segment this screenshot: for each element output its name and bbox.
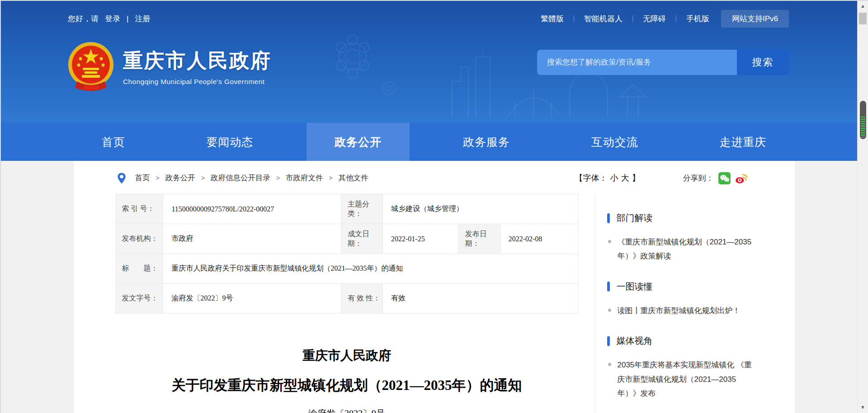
section-accent-bar xyxy=(607,213,610,223)
accessibility-link[interactable]: 无障碍 xyxy=(643,14,666,24)
nav-item-news[interactable]: 要闻动态 xyxy=(178,123,281,161)
greeting-text: 您好，请 xyxy=(68,14,99,24)
share-group: 分享到： xyxy=(683,172,747,184)
document-title-line2: 关于印发重庆市新型城镇化规划（2021—2035年）的通知 xyxy=(115,376,579,395)
doc-no-value: 渝府发〔2022〕9号 xyxy=(163,284,341,314)
ipv6-badge: 网站支持IPv6 xyxy=(721,10,789,28)
breadcrumb: 首页 > 政务公开 > 政府信息公开目录 > 市政府文件 > 其他文件 xyxy=(117,172,368,184)
site-title: 重庆市人民政府 xyxy=(123,47,272,74)
sidebar-section-infographic: 一图读懂 读图丨重庆市新型城镇化规划出炉！ xyxy=(607,281,781,318)
topic-label: 主题分类： xyxy=(341,194,383,224)
window-left-border xyxy=(0,0,1,413)
crumb-city-gov-documents[interactable]: 市政府文件 xyxy=(286,173,323,183)
date-written-value: 2022-01-25 xyxy=(382,224,458,254)
date-published-label: 发布日期： xyxy=(458,224,500,254)
list-item-text: 《重庆市新型城镇化规划（2021—2035年）》政策解读 xyxy=(618,235,758,263)
font-label: 【字体： xyxy=(575,173,608,183)
doc-no-label: 发文字号： xyxy=(115,284,163,314)
index-label: 索 引 号： xyxy=(115,194,163,224)
validity-value: 有效 xyxy=(382,284,578,314)
separator xyxy=(676,15,676,22)
site-title-english: Chongqing Municipal People's Government xyxy=(123,78,272,86)
location-pin-icon xyxy=(117,172,127,184)
table-row: 索 引 号： 11500000009275780L/2022-00027 主题分… xyxy=(115,194,578,224)
section-title: 媒体视角 xyxy=(617,335,653,347)
crumb-info-catalog[interactable]: 政府信息公开目录 xyxy=(211,173,270,183)
national-emblem-icon xyxy=(68,42,114,91)
crumb-gov-open[interactable]: 政务公开 xyxy=(165,173,195,183)
section-accent-bar xyxy=(607,336,610,346)
list-item[interactable]: 2035年重庆将基本实现新型城镇化 《重庆市新型城镇化规划（2021—2035年… xyxy=(607,358,781,400)
date-published-value: 2022-02-08 xyxy=(500,224,578,254)
site-header: 您好，请 登录 | 注册 繁體版 智能机器人 无障碍 手机版 网站支持IPv6 xyxy=(0,0,868,123)
crumb-home[interactable]: 首页 xyxy=(135,173,150,183)
crumb-other-documents[interactable]: 其他文件 xyxy=(339,173,368,183)
related-sidebar: 部门解读 《重庆市新型城镇化规划（2021—2035年）》政策解读 一图读懂 读… xyxy=(596,194,795,413)
traditional-chinese-link[interactable]: 繁體版 xyxy=(541,14,564,24)
table-row: 标 题： 重庆市人民政府关于印发重庆市新型城镇化规划（2021—2035年）的通… xyxy=(115,254,578,284)
nav-item-gov-affairs-open[interactable]: 政务公开 xyxy=(307,123,410,161)
wechat-icon[interactable] xyxy=(718,172,731,184)
agency-value: 市政府 xyxy=(163,224,341,254)
agency-label: 发布机构： xyxy=(115,224,163,254)
date-written-label: 成文日期： xyxy=(341,224,383,254)
table-row: 发文字号： 渝府发〔2022〕9号 有 效 性： 有效 xyxy=(115,284,578,314)
font-larger-button[interactable]: 大 xyxy=(621,173,629,183)
crumb-separator: > xyxy=(201,174,205,182)
crumb-separator: > xyxy=(329,174,333,182)
content-area: 首页 > 政务公开 > 政府信息公开目录 > 市政府文件 > 其他文件 【字体：… xyxy=(0,161,868,413)
main-navigation: 首页 要闻动态 政务公开 政务服务 互动交流 走进重庆 xyxy=(0,123,868,161)
section-title: 部门解读 xyxy=(617,212,653,224)
table-row: 发布机构： 市政府 成文日期： 2022-01-25 发布日期： 2022-02… xyxy=(115,224,578,254)
crumb-separator: > xyxy=(156,174,160,182)
crumb-separator: > xyxy=(276,174,280,182)
title-value: 重庆市人民政府关于印发重庆市新型城镇化规划（2021—2035年）的通知 xyxy=(163,254,578,284)
window-top-border xyxy=(0,0,868,1)
list-item[interactable]: 读图丨重庆市新型城镇化规划出炉！ xyxy=(607,304,781,318)
document-meta-table: 索 引 号： 11500000009275780L/2022-00027 主题分… xyxy=(115,194,579,314)
scroll-progress-indicator xyxy=(860,101,866,139)
scroll-down-arrow-icon[interactable]: ▼ xyxy=(858,402,868,412)
topic-value: 城乡建设（城乡管理） xyxy=(382,194,578,224)
scroll-up-arrow-icon[interactable]: ▲ xyxy=(858,1,868,11)
topbar: 您好，请 登录 | 注册 繁體版 智能机器人 无障碍 手机版 网站支持IPv6 xyxy=(68,10,789,28)
chatbot-link[interactable]: 智能机器人 xyxy=(584,14,623,24)
search-bar: 搜索 xyxy=(537,50,789,75)
document-number: 渝府发〔2022〕9号 xyxy=(115,408,579,413)
login-link[interactable]: 登录 xyxy=(105,14,120,24)
list-item-text: 2035年重庆将基本实现新型城镇化 《重庆市新型城镇化规划（2021—2035年… xyxy=(618,358,758,400)
search-input[interactable] xyxy=(537,50,737,75)
bullet-icon xyxy=(608,309,611,312)
share-label: 分享到： xyxy=(683,173,714,183)
index-value: 11500000009275780L/2022-00027 xyxy=(163,194,341,224)
scrollbar-thumb[interactable] xyxy=(859,13,867,24)
search-button[interactable]: 搜索 xyxy=(737,50,789,75)
register-link[interactable]: 注册 xyxy=(135,14,150,24)
section-title: 一图读懂 xyxy=(617,281,653,293)
nav-item-about-chongqing[interactable]: 走进重庆 xyxy=(691,123,794,161)
title-label: 标 题： xyxy=(115,254,163,284)
font-smaller-button[interactable]: 小 xyxy=(610,173,618,183)
section-accent-bar xyxy=(607,282,610,291)
separator xyxy=(574,15,574,22)
validity-label: 有 效 性： xyxy=(341,284,383,314)
document-title-block: 重庆市人民政府 关于印发重庆市新型城镇化规划（2021—2035年）的通知 渝府… xyxy=(115,347,579,413)
sidebar-section-department-interpretation: 部门解读 《重庆市新型城镇化规划（2021—2035年）》政策解读 xyxy=(607,212,781,263)
mobile-version-link[interactable]: 手机版 xyxy=(686,14,709,24)
breadcrumb-row: 首页 > 政务公开 > 政府信息公开目录 > 市政府文件 > 其他文件 【字体：… xyxy=(74,169,795,188)
bullet-icon xyxy=(608,363,611,366)
scrollbar-track[interactable]: ▲ ▼ xyxy=(857,0,868,413)
weibo-icon[interactable] xyxy=(735,172,747,184)
document-main: 索 引 号： 11500000009275780L/2022-00027 主题分… xyxy=(74,194,596,413)
document-title-line1: 重庆市人民政府 xyxy=(115,347,579,364)
site-logo[interactable]: 重庆市人民政府 Chongqing Municipal People's Gov… xyxy=(68,42,272,91)
nav-item-gov-services[interactable]: 政务服务 xyxy=(435,123,538,161)
sidebar-section-media-view: 媒体视角 2035年重庆将基本实现新型城镇化 《重庆市新型城镇化规划（2021—… xyxy=(607,335,781,400)
font-label-close: 】 xyxy=(632,173,640,183)
nav-item-interaction[interactable]: 互动交流 xyxy=(563,123,666,161)
separator xyxy=(632,15,633,22)
progress-stripes xyxy=(861,117,865,137)
nav-item-home[interactable]: 首页 xyxy=(74,123,153,161)
list-item-text: 读图丨重庆市新型城镇化规划出炉！ xyxy=(618,304,741,318)
list-item[interactable]: 《重庆市新型城镇化规划（2021—2035年）》政策解读 xyxy=(607,235,781,263)
